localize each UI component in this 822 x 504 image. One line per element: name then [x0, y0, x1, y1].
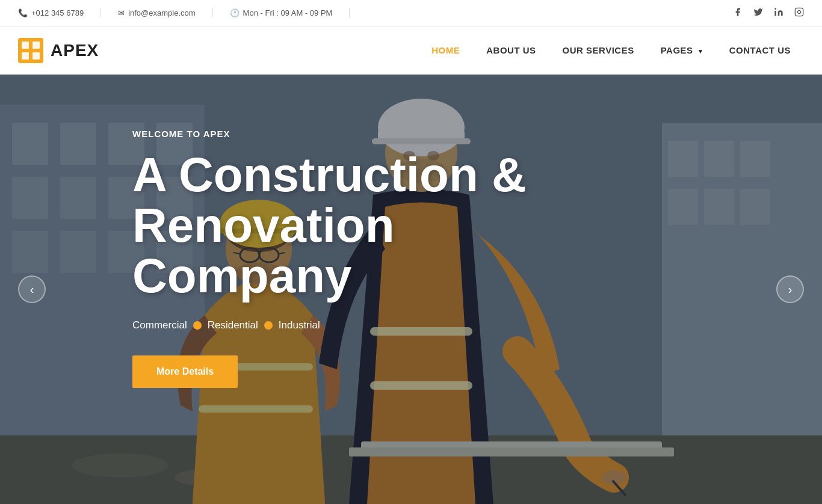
- svg-rect-5: [32, 41, 40, 49]
- svg-rect-1: [795, 8, 803, 16]
- svg-rect-6: [22, 52, 29, 60]
- chevron-left-icon: ‹: [30, 283, 34, 297]
- nav-link-home[interactable]: HOME: [418, 39, 473, 61]
- logo-link[interactable]: APEX: [18, 38, 99, 63]
- nav-link-about[interactable]: ABOUT US: [473, 39, 549, 61]
- hero-tags: Commercial Residential Industrial: [132, 319, 626, 331]
- hero-content: WELCOME TO APEX A Construction & Renovat…: [132, 129, 626, 388]
- chevron-right-icon: ›: [788, 283, 793, 297]
- hours-info: Mon - Fri : 09 AM - 09 PM: [230, 8, 350, 17]
- email-address: info@example.com: [128, 8, 195, 17]
- hero-welcome-text: WELCOME TO APEX: [132, 129, 626, 139]
- email-info: info@example.com: [118, 8, 212, 17]
- top-bar: +012 345 6789 info@example.com Mon - Fri…: [0, 0, 822, 26]
- phone-icon: [18, 8, 28, 17]
- more-details-button[interactable]: More Details: [132, 355, 238, 388]
- nav-item-home[interactable]: HOME: [418, 39, 473, 61]
- twitter-link[interactable]: [753, 7, 763, 19]
- chevron-down-icon: ▾: [699, 48, 703, 55]
- hero-title: A Construction & Renovation Company: [132, 150, 626, 301]
- logo-icon: [18, 38, 43, 63]
- logo-text: APEX: [51, 41, 99, 60]
- phone-info: +012 345 6789: [18, 8, 101, 17]
- nav-item-services[interactable]: OUR SERVICES: [549, 39, 647, 61]
- navbar: APEX HOME ABOUT US OUR SERVICES PAGES ▾ …: [0, 26, 822, 75]
- phone-number: +012 345 6789: [31, 8, 84, 17]
- hero-section: WELCOME TO APEX A Construction & Renovat…: [0, 75, 822, 504]
- hero-title-line2: Renovation Company: [132, 198, 395, 303]
- svg-rect-4: [22, 41, 29, 49]
- tag-residential: Residential: [208, 319, 258, 331]
- tag-commercial: Commercial: [132, 319, 187, 331]
- email-icon: [118, 8, 125, 17]
- nav-link-pages[interactable]: PAGES ▾: [647, 39, 716, 61]
- social-links: [733, 7, 804, 19]
- nav-menu: HOME ABOUT US OUR SERVICES PAGES ▾ CONTA…: [418, 39, 804, 61]
- business-hours: Mon - Fri : 09 AM - 09 PM: [243, 8, 333, 17]
- dot-separator-2: [264, 321, 273, 330]
- nav-item-about[interactable]: ABOUT US: [473, 39, 549, 61]
- dot-separator-1: [193, 321, 202, 330]
- instagram-link[interactable]: [794, 7, 804, 19]
- facebook-link[interactable]: [733, 7, 743, 19]
- nav-link-contact[interactable]: CONTACT US: [716, 39, 804, 61]
- clock-icon: [230, 8, 239, 17]
- nav-link-services[interactable]: OUR SERVICES: [549, 39, 647, 61]
- svg-rect-7: [32, 52, 40, 60]
- tag-industrial: Industrial: [279, 319, 320, 331]
- linkedin-link[interactable]: [774, 7, 783, 19]
- hero-title-line1: A Construction &: [132, 148, 527, 201]
- carousel-prev-button[interactable]: ‹: [18, 275, 46, 303]
- nav-item-contact[interactable]: CONTACT US: [716, 39, 804, 61]
- svg-point-0: [774, 8, 776, 10]
- nav-item-pages[interactable]: PAGES ▾: [647, 39, 716, 61]
- carousel-next-button[interactable]: ›: [776, 275, 804, 303]
